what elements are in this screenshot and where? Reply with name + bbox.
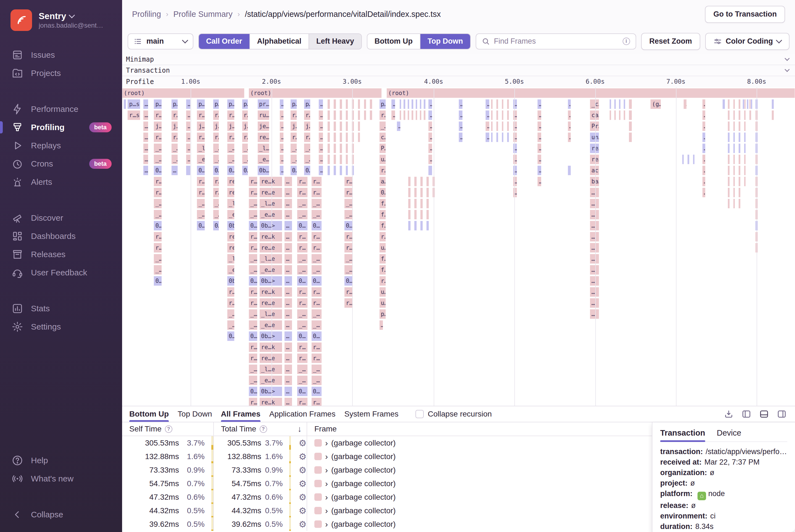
frame-table-row[interactable]: 73.33ms0.9%73.33ms0.9%⚙›(garbage collect… (122, 463, 652, 477)
flame-cell[interactable]: 0… (249, 331, 258, 341)
flame-cell[interactable]: 0… (311, 221, 322, 231)
flame-cell[interactable]: j… (171, 121, 178, 131)
flame-cell[interactable]: _e…e (258, 154, 270, 164)
flame-cell[interactable]: … (284, 188, 292, 197)
flame-cell[interactable] (345, 99, 348, 109)
flame-cell[interactable]: r… (297, 342, 308, 352)
flame-cell[interactable]: … (537, 99, 542, 109)
frame-table-row[interactable]: 132.88ms1.6%132.88ms1.6%⚙›(garbage colle… (122, 450, 652, 463)
flame-cell[interactable]: r… (344, 243, 353, 253)
frame-table-row[interactable]: 47.32ms0.6%47.32ms0.6%⚙›(garbage collect… (122, 490, 652, 504)
flame-cell[interactable]: … (280, 121, 284, 131)
flame-cell[interactable]: … (280, 132, 284, 142)
flame-cell[interactable]: … (702, 121, 705, 131)
flame-cell[interactable] (727, 110, 730, 120)
flame-cell[interactable]: … (186, 99, 191, 109)
flame-cell[interactable]: … (284, 364, 292, 374)
flame-cell[interactable] (364, 99, 366, 109)
flame-cell[interactable] (738, 176, 740, 187)
flame-cell[interactable] (772, 110, 774, 120)
flame-cell[interactable] (755, 210, 758, 220)
flame-cell[interactable]: … (319, 121, 323, 131)
flame-cell[interactable]: _… (249, 198, 258, 209)
flame-cell[interactable]: … (171, 166, 178, 175)
sidebar-item-profiling[interactable]: Profilingbeta (0, 118, 122, 136)
flame-cell[interactable]: _… (249, 375, 258, 385)
flame-cell[interactable]: … (143, 154, 148, 164)
flame-cell[interactable]: … (485, 110, 490, 120)
flame-cell[interactable]: _… (311, 364, 322, 374)
layout-left-icon[interactable] (741, 410, 751, 419)
flame-cell[interactable] (693, 154, 695, 164)
flame-cell[interactable]: r… (379, 166, 386, 175)
flame-cell[interactable] (408, 176, 411, 187)
flame-cell[interactable]: re…k (227, 176, 234, 187)
flame-cell[interactable]: … (143, 132, 148, 142)
flame-cell[interactable] (507, 132, 509, 142)
expand-chevron-icon[interactable]: › (325, 466, 328, 475)
flame-cell[interactable] (345, 132, 348, 142)
flame-cell[interactable] (738, 132, 740, 142)
segment-alphabetical[interactable]: Alphabetical (249, 34, 309, 49)
flame-cell[interactable]: _… (154, 198, 162, 209)
flame-cell[interactable] (755, 110, 758, 120)
flame-cell[interactable]: r… (311, 243, 322, 253)
flame-cell[interactable] (327, 132, 330, 142)
flame-cell[interactable] (501, 110, 504, 120)
flame-cell[interactable]: j… (154, 121, 162, 131)
flame-cell[interactable]: p…s (197, 99, 205, 109)
flame-cell[interactable]: … (513, 176, 517, 187)
flame-cell[interactable]: r…s (227, 110, 234, 120)
flame-cell[interactable]: r… (304, 132, 310, 142)
flame-cell[interactable] (738, 198, 740, 209)
flame-cell[interactable] (744, 154, 746, 164)
flame-cell[interactable] (727, 121, 730, 131)
flame-cell[interactable]: _… (213, 144, 219, 153)
flame-cell[interactable]: u… (379, 243, 386, 253)
flame-cell[interactable] (420, 188, 423, 197)
flame-cell[interactable]: _e…e (259, 375, 282, 385)
flame-cell[interactable]: p… (171, 99, 178, 109)
flame-cell[interactable]: _…e (227, 320, 234, 330)
flame-cell[interactable] (340, 154, 342, 164)
flame-cell[interactable]: r…e (197, 132, 205, 142)
sort-descending-icon[interactable]: ↓ (298, 424, 302, 434)
flame-cell[interactable]: 0… (242, 166, 248, 175)
flame-cell[interactable]: j… (242, 121, 248, 131)
flame-cell[interactable]: r… (249, 342, 258, 352)
flame-cell[interactable] (352, 166, 354, 175)
flame-cell[interactable]: _…e (171, 144, 178, 153)
flame-cell[interactable]: … (702, 132, 705, 142)
flame-cell[interactable]: r… (344, 176, 353, 187)
flame-cell[interactable]: f… (379, 198, 386, 209)
flame-cell[interactable] (738, 144, 740, 153)
flame-cell[interactable]: r… (379, 276, 386, 286)
flame-cell[interactable]: r… (154, 110, 162, 120)
flame-cell[interactable]: … (590, 188, 599, 197)
flame-cell[interactable]: … (458, 132, 463, 142)
flame-cell[interactable] (358, 132, 360, 142)
flame-cell[interactable]: (g…r) (650, 99, 661, 109)
flame-cell[interactable]: r… (311, 188, 322, 197)
flame-cell[interactable] (614, 110, 616, 120)
flame-cell[interactable]: _… (154, 254, 162, 264)
flame-cell[interactable]: _… (154, 265, 162, 275)
flame-cell[interactable]: … (428, 121, 432, 131)
flame-cell[interactable]: … (284, 375, 292, 385)
flame-cell[interactable]: 0b…> (259, 386, 282, 396)
flame-cell[interactable] (687, 154, 689, 164)
flame-cell[interactable] (738, 110, 740, 120)
flame-cell[interactable] (614, 99, 616, 109)
flame-cell[interactable]: r…e (197, 188, 205, 197)
flame-cell[interactable]: … (590, 232, 599, 242)
flame-cell[interactable] (755, 121, 758, 131)
flame-cell[interactable]: … (590, 276, 599, 286)
flame-cell[interactable]: 0… (344, 221, 353, 231)
flame-cell[interactable]: r… (171, 110, 178, 120)
expand-chevron-icon[interactable]: › (325, 438, 328, 448)
flame-cell[interactable] (358, 121, 360, 131)
flame-cell[interactable] (408, 210, 411, 220)
flame-cell[interactable] (733, 176, 735, 187)
flame-cell[interactable]: r… (344, 232, 353, 242)
flame-cell[interactable] (727, 198, 730, 209)
